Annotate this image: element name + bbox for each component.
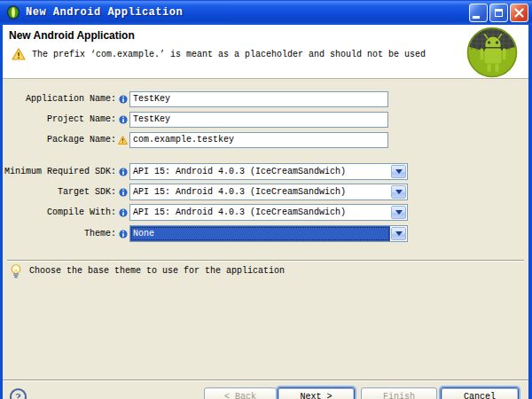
tip-row: Choose the base theme to use for the app… xyxy=(11,264,285,279)
minimize-button[interactable] xyxy=(469,4,488,22)
android-logo-icon xyxy=(466,27,518,78)
info-icon xyxy=(118,167,128,176)
wizard-header: New Android Application The prefix ‘com.… xyxy=(3,25,528,79)
compile-with-row: Compile With: API 15: Android 4.0.3 (Ice… xyxy=(3,204,528,221)
field-label: Target SDK: xyxy=(3,187,116,197)
minimum-sdk-row: Minimum Required SDK: API 15: Android 4.… xyxy=(3,163,528,180)
tip-text: Choose the base theme to use for the app… xyxy=(29,264,285,276)
package-name-row: Package Name: xyxy=(3,131,528,148)
next-button[interactable]: Next > xyxy=(278,387,355,399)
combo-value: API 15: Android 4.0.3 (IceCreamSandwich) xyxy=(130,164,390,179)
field-label: Theme: xyxy=(3,229,116,239)
info-icon xyxy=(118,114,128,124)
new-android-application-dialog: New Android Application New Android Appl… xyxy=(0,0,532,399)
field-label: Minimum Required SDK: xyxy=(3,167,116,176)
minimum-sdk-select[interactable]: API 15: Android 4.0.3 (IceCreamSandwich) xyxy=(129,163,408,180)
back-button[interactable]: < Back xyxy=(204,387,277,399)
info-icon xyxy=(118,207,128,217)
package-name-input[interactable] xyxy=(129,132,388,148)
minimize-icon xyxy=(473,16,480,19)
lightbulb-icon xyxy=(11,264,21,279)
theme-select[interactable]: None xyxy=(129,225,408,242)
info-icon xyxy=(118,187,128,197)
combo-value: API 15: Android 4.0.3 (IceCreamSandwich) xyxy=(130,184,390,200)
separator xyxy=(7,260,524,262)
separator xyxy=(3,379,528,381)
help-icon: ? xyxy=(15,390,21,399)
wizard-body: Application Name: Project Name: Package … xyxy=(3,79,528,399)
target-sdk-select[interactable]: API 15: Android 4.0.3 (IceCreamSandwich) xyxy=(129,184,408,200)
field-label: Package Name: xyxy=(3,135,116,145)
close-icon xyxy=(514,8,524,18)
chevron-down-icon[interactable] xyxy=(391,185,406,199)
maximize-icon xyxy=(495,9,503,17)
field-label: Project Name: xyxy=(3,114,116,124)
help-button[interactable]: ? xyxy=(10,388,27,399)
project-name-row: Project Name: xyxy=(3,111,528,128)
chevron-down-icon[interactable] xyxy=(391,227,406,240)
warning-message: The prefix ‘com.example.’ is meant as a … xyxy=(32,50,426,59)
finish-button[interactable]: Finish xyxy=(361,387,437,399)
titlebar[interactable]: New Android Application xyxy=(0,0,532,25)
warning-icon xyxy=(12,48,26,60)
application-name-input[interactable] xyxy=(129,91,388,107)
cancel-button[interactable]: Cancel xyxy=(441,387,519,399)
combo-value: API 15: Android 4.0.3 (IceCreamSandwich) xyxy=(130,205,390,220)
page-title: New Android Application xyxy=(9,29,135,42)
info-icon xyxy=(118,229,128,239)
project-name-input[interactable] xyxy=(129,112,388,128)
chevron-down-icon[interactable] xyxy=(391,206,406,219)
application-name-row: Application Name: xyxy=(3,90,528,107)
maximize-button[interactable] xyxy=(489,4,508,22)
compile-with-select[interactable]: API 15: Android 4.0.3 (IceCreamSandwich) xyxy=(129,204,408,221)
info-icon xyxy=(118,94,128,104)
new-wizard-icon xyxy=(6,5,20,20)
window-border-right xyxy=(528,25,532,399)
chevron-down-icon[interactable] xyxy=(391,165,406,178)
window-title: New Android Application xyxy=(26,0,183,25)
target-sdk-row: Target SDK: API 15: Android 4.0.3 (IceCr… xyxy=(3,184,528,200)
combo-value: None xyxy=(130,226,390,241)
warning-icon xyxy=(118,135,128,145)
theme-row: Theme: None xyxy=(3,225,528,242)
field-label: Application Name: xyxy=(3,94,116,104)
field-label: Compile With: xyxy=(3,207,116,217)
close-button[interactable] xyxy=(510,4,528,22)
